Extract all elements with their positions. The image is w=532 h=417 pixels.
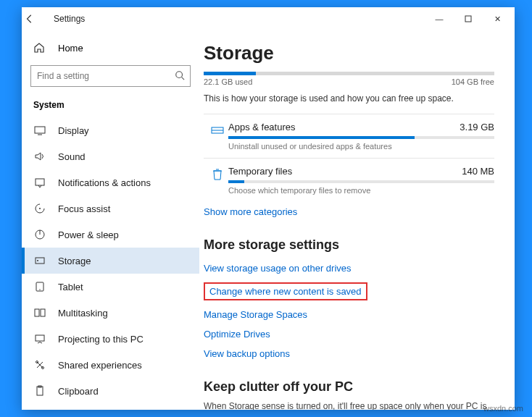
nav-label: Power & sleep	[58, 229, 119, 240]
nav-sound[interactable]: Sound	[22, 143, 199, 169]
nav-label: Multitasking	[58, 308, 108, 319]
nav-clipboard[interactable]: Clipboard	[22, 378, 199, 404]
svg-rect-13	[35, 309, 39, 316]
cat-name: Apps & features	[228, 122, 296, 132]
svg-rect-3	[35, 127, 45, 133]
clutter-para: When Storage sense is turned on, it'll f…	[204, 400, 494, 410]
nav-label: Projecting to this PC	[58, 334, 144, 345]
used-label: 22.1 GB used	[204, 77, 252, 86]
storage-bar	[204, 72, 494, 75]
cat-sub: Uninstall unused or undesired apps & fea…	[228, 142, 494, 151]
nav-power-sleep[interactable]: Power & sleep	[22, 222, 199, 248]
shared-icon	[33, 358, 46, 371]
nav-display[interactable]: Display	[22, 117, 199, 143]
nav-label: Storage	[58, 256, 91, 266]
nav-label: Sound	[58, 151, 86, 162]
svg-rect-9	[36, 258, 44, 264]
show-more-link[interactable]: Show more categories	[204, 206, 297, 217]
maximize-button[interactable]	[454, 15, 483, 22]
nav-multitasking[interactable]: Multitasking	[22, 300, 199, 326]
home-label: Home	[58, 43, 83, 54]
window-title: Settings	[54, 14, 85, 24]
focus-assist-icon	[33, 202, 46, 215]
free-label: 104 GB free	[452, 77, 494, 86]
storage-description: This is how your storage is used and how…	[204, 93, 494, 104]
nav-notifications[interactable]: Notifications & actions	[22, 169, 199, 195]
link-other-drives[interactable]: View storage usage on other drives	[204, 263, 352, 274]
nav-label: Display	[58, 125, 89, 136]
titlebar: Settings — ✕	[22, 7, 515, 30]
more-settings-heading: More storage settings	[204, 237, 494, 253]
clutter-heading: Keep clutter off your PC	[204, 379, 494, 395]
back-button[interactable]	[25, 14, 51, 24]
tablet-icon	[33, 280, 46, 293]
nav-projecting[interactable]: Projecting to this PC	[22, 326, 199, 352]
close-button[interactable]: ✕	[483, 7, 512, 30]
svg-rect-14	[41, 309, 45, 316]
nav-shared-experiences[interactable]: Shared experiences	[22, 352, 199, 378]
svg-point-6	[39, 208, 41, 209]
cat-size: 140 MB	[462, 166, 494, 177]
notifications-icon	[33, 176, 46, 189]
link-change-where-saved[interactable]: Change where new content is saved	[204, 282, 367, 300]
main-content: Storage 22.1 GB used 104 GB free This is…	[199, 30, 515, 410]
svg-rect-15	[36, 335, 44, 341]
clipboard-icon	[33, 384, 46, 397]
svg-rect-18	[37, 387, 43, 395]
watermark: wsxdn.com	[483, 404, 523, 413]
search-input[interactable]	[30, 65, 191, 87]
trash-icon	[207, 166, 228, 195]
nav-label: Shared experiences	[58, 360, 142, 371]
nav-label: Clipboard	[58, 386, 99, 397]
nav-label: Tablet	[58, 282, 83, 292]
home-button[interactable]: Home	[22, 36, 199, 59]
power-icon	[33, 228, 46, 241]
nav-label: Notifications & actions	[58, 177, 151, 188]
nav-storage[interactable]: Storage	[22, 248, 199, 274]
multitasking-icon	[33, 306, 46, 319]
link-storage-spaces[interactable]: Manage Storage Spaces	[204, 309, 307, 320]
svg-rect-5	[36, 179, 44, 185]
page-title: Storage	[204, 42, 494, 64]
sidebar: Home System Display Sound Notifications …	[22, 30, 199, 410]
projecting-icon	[33, 332, 46, 345]
storage-bar-labels: 22.1 GB used 104 GB free	[204, 77, 494, 86]
cat-sub: Choose which temporary files to remove	[228, 186, 494, 195]
category-apps[interactable]: Apps & features3.19 GB Uninstall unused …	[204, 114, 494, 158]
search-wrap	[30, 65, 191, 87]
minimize-button[interactable]: —	[425, 7, 454, 30]
section-label: System	[22, 96, 199, 117]
link-backup-options[interactable]: View backup options	[204, 348, 290, 359]
storage-icon	[33, 254, 46, 267]
nav-tablet[interactable]: Tablet	[22, 274, 199, 300]
nav-focus-assist[interactable]: Focus assist	[22, 195, 199, 222]
home-icon	[33, 42, 48, 54]
link-optimize-drives[interactable]: Optimize Drives	[204, 329, 270, 340]
settings-window: Settings — ✕ Home System	[22, 7, 515, 410]
cat-size: 3.19 GB	[460, 122, 494, 132]
sound-icon	[33, 150, 46, 163]
apps-icon	[207, 122, 228, 151]
svg-rect-0	[465, 16, 471, 22]
display-icon	[33, 124, 46, 137]
svg-point-10	[37, 260, 38, 261]
category-temp[interactable]: Temporary files140 MB Choose which tempo…	[204, 158, 494, 202]
svg-point-12	[39, 289, 40, 290]
nav-label: Focus assist	[58, 203, 110, 214]
cat-name: Temporary files	[228, 166, 292, 177]
